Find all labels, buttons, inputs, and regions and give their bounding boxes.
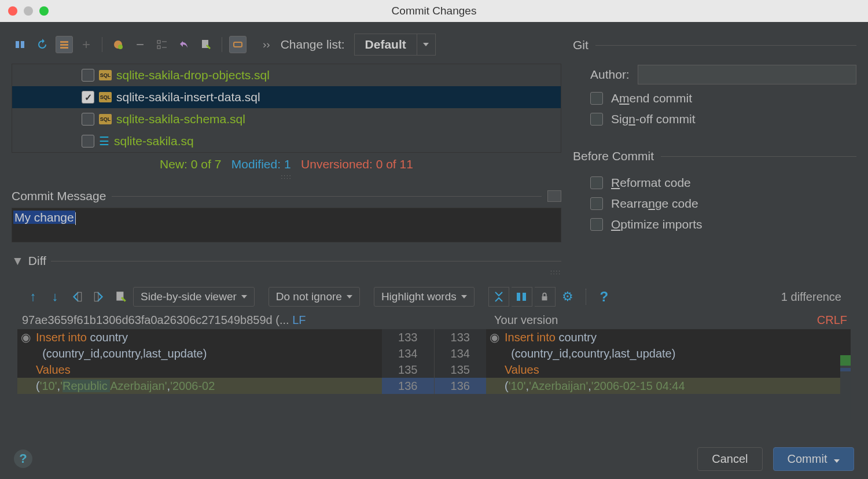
diff-label: Diff (28, 254, 46, 268)
code-line: ('10','Azerbaijan','2006-02-15 04:44 (486, 378, 851, 394)
changelist-dropdown-icon[interactable] (417, 34, 436, 56)
lock-icon[interactable] (535, 287, 556, 307)
optimize-label: Optimize imports (611, 218, 703, 231)
group-by-icon[interactable] (56, 36, 73, 53)
code-line: (country_id,country,last_update) (17, 345, 382, 362)
undo-icon[interactable] (175, 36, 193, 53)
amend-checkbox[interactable] (590, 92, 603, 105)
diff-left-title: 97ae3659f61b1306d63fa0a26306c271549b859d… (17, 314, 378, 327)
file-name: sqlite-sakila-schema.sql (116, 112, 245, 126)
file-checkbox[interactable] (82, 135, 94, 148)
sql-file-icon: SQL (99, 70, 112, 80)
svg-rect-12 (234, 42, 242, 47)
rearrange-label: Rearrange code (611, 197, 698, 211)
diff-highlight-select[interactable]: Highlight words (374, 287, 475, 307)
commit-message-input[interactable]: My change (12, 208, 561, 242)
file-name: sqlite-sakila-drop-objects.sql (116, 68, 270, 82)
file-checkbox[interactable] (82, 91, 94, 104)
file-checkbox[interactable] (82, 113, 94, 126)
code-line: Values (486, 362, 851, 378)
eye-icon: ◉ (21, 329, 31, 345)
author-input[interactable] (638, 65, 856, 84)
file-name: sqlite-sakila.sq (114, 134, 194, 148)
svg-rect-2 (60, 41, 68, 43)
svg-point-6 (118, 45, 123, 49)
resize-grip[interactable]: :::: (12, 174, 561, 180)
svg-rect-3 (60, 44, 68, 46)
sql-file-icon: SQL (99, 92, 112, 102)
diff-collapse-icon[interactable]: ▼ (12, 254, 24, 268)
reformat-label: Reformat code (611, 176, 691, 190)
sql-file-icon: SQL (99, 114, 112, 124)
dialog-help-icon[interactable]: ? (14, 449, 32, 468)
file-checkbox[interactable] (82, 69, 94, 82)
line-number: 133 (382, 329, 434, 345)
edit-icon[interactable] (197, 36, 215, 53)
commit-message-history-icon[interactable] (547, 190, 561, 202)
changes-status: New: 0 of 7 Modified: 1 Unversioned: 0 o… (12, 154, 561, 174)
window-title: Commit Changes (392, 5, 477, 17)
prev-file-icon[interactable] (67, 287, 87, 307)
svg-rect-14 (94, 292, 98, 301)
show-diff-icon[interactable] (12, 36, 29, 53)
line-number: 136 (435, 378, 487, 394)
svg-rect-7 (157, 40, 160, 43)
rollback-icon[interactable] (109, 36, 127, 53)
file-row[interactable]: SQLsqlite-sakila-drop-objects.sql (12, 64, 561, 86)
dialog-button-bar: ? Cancel Commit (0, 439, 868, 479)
collapse-unchanged-icon[interactable] (488, 287, 509, 307)
help-icon[interactable]: ? (594, 287, 614, 307)
reformat-checkbox[interactable] (590, 176, 603, 189)
commit-button[interactable]: Commit (773, 447, 854, 471)
prev-diff-icon[interactable]: ↑ (23, 287, 43, 307)
checklist-icon[interactable] (153, 36, 171, 53)
expand-diff-icon[interactable] (229, 36, 247, 53)
diff-viewer[interactable]: ◉Insert into country (country_id,country… (17, 329, 851, 394)
diff-ignore-select[interactable]: Do not ignore (269, 287, 360, 307)
line-number: 136 (382, 378, 434, 394)
file-row[interactable]: ☰sqlite-sakila.sq (12, 130, 561, 152)
changelist-select[interactable]: Default (354, 34, 417, 56)
line-number: 134 (382, 345, 434, 362)
commit-message-label: Commit Message (12, 189, 106, 203)
add-icon[interactable]: + (78, 36, 95, 53)
maximize-window-button[interactable] (39, 6, 49, 16)
next-diff-icon[interactable]: ↓ (45, 287, 65, 307)
svg-rect-18 (542, 296, 547, 300)
code-line: Values (17, 362, 382, 378)
diff-viewer-select[interactable]: Side-by-side viewer (133, 287, 255, 307)
sync-scroll-icon[interactable] (512, 287, 532, 307)
edit-source-icon[interactable] (111, 287, 131, 307)
git-section-title: Git (573, 38, 589, 52)
diff-marker-track[interactable] (840, 355, 851, 420)
refresh-icon[interactable] (34, 36, 51, 53)
line-number: 135 (435, 362, 487, 378)
eye-icon: ◉ (490, 329, 499, 345)
file-name: sqlite-sakila-insert-data.sql (116, 90, 260, 104)
cancel-button[interactable]: Cancel (697, 447, 762, 471)
resize-grip[interactable]: :::: (12, 269, 561, 275)
diff-toolbar: ↑ ↓ Side-by-side viewer Do not ignore Hi… (17, 287, 851, 307)
close-window-button[interactable] (8, 6, 17, 16)
minimize-window-button[interactable] (24, 6, 33, 16)
status-modified: Modified: 1 (231, 157, 291, 171)
diff-right-title: Your versionCRLF (483, 314, 851, 327)
optimize-checkbox[interactable] (590, 218, 603, 231)
line-number: 134 (435, 345, 487, 362)
code-line: ('10','Republic Azerbaijan','2006-02 (17, 378, 382, 394)
remove-icon[interactable]: − (131, 36, 149, 53)
file-row[interactable]: SQLsqlite-sakila-insert-data.sql (12, 86, 561, 108)
changelist-label: Change list: (281, 38, 345, 51)
amend-label: Amend commit (611, 91, 692, 105)
file-row[interactable]: SQLsqlite-sakila-schema.sql (12, 108, 561, 130)
signoff-checkbox[interactable] (590, 113, 603, 126)
code-line: ◉Insert into country (486, 329, 851, 345)
rearrange-checkbox[interactable] (590, 197, 603, 210)
code-line: (country_id,country,last_update) (486, 345, 851, 362)
line-number: 133 (435, 329, 487, 345)
changed-files-list[interactable]: SQLsqlite-sakila-drop-objects.sqlSQLsqli… (12, 64, 561, 153)
settings-gear-icon[interactable]: ⚙ (558, 287, 578, 307)
next-file-icon[interactable] (89, 287, 109, 307)
status-new: New: 0 of 7 (160, 157, 221, 171)
titlebar: Commit Changes (0, 0, 868, 22)
